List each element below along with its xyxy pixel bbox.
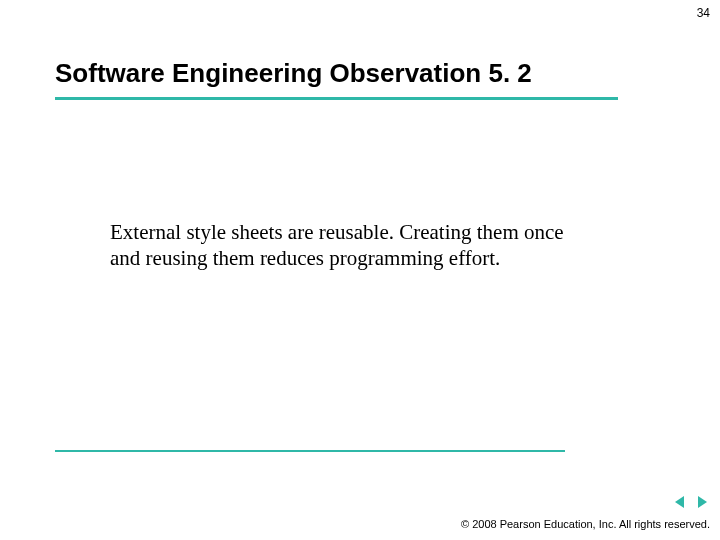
svg-marker-1 — [698, 496, 707, 508]
copyright-symbol: © — [461, 518, 469, 530]
slide-body: External style sheets are reusable. Crea… — [110, 220, 590, 271]
page-number: 34 — [697, 6, 710, 20]
nav-arrows — [672, 494, 710, 510]
footer-divider — [55, 450, 565, 452]
copyright: © 2008 Pearson Education, Inc. All right… — [461, 518, 710, 530]
previous-arrow-icon[interactable] — [672, 494, 688, 510]
title-divider — [55, 97, 618, 100]
copyright-text: 2008 Pearson Education, Inc. All rights … — [472, 518, 710, 530]
next-arrow-icon[interactable] — [694, 494, 710, 510]
svg-marker-0 — [675, 496, 684, 508]
slide-title: Software Engineering Observation 5. 2 — [55, 58, 532, 89]
